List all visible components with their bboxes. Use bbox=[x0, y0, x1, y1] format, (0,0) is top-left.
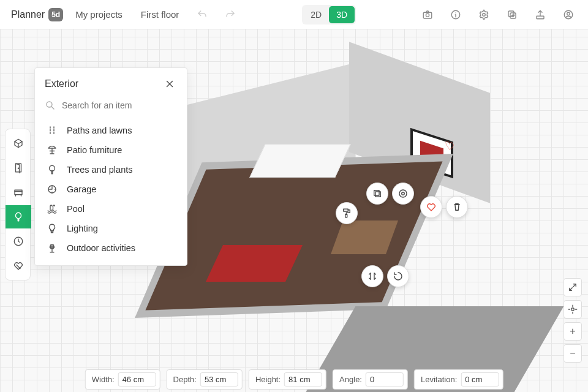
brand-badge: 5d bbox=[48, 8, 63, 21]
levitation-input[interactable] bbox=[461, 372, 499, 386]
topbar: Planner 5d My projects First floor 2D 3D bbox=[0, 0, 588, 29]
height-label: Height: bbox=[253, 375, 281, 384]
search-input[interactable] bbox=[62, 100, 177, 110]
panel-close-button[interactable] bbox=[162, 77, 177, 91]
width-input[interactable] bbox=[118, 372, 156, 386]
history-tool[interactable] bbox=[6, 230, 31, 253]
svg-point-7 bbox=[426, 13, 429, 17]
brand-name: Planner bbox=[11, 9, 45, 20]
patio-icon bbox=[46, 145, 58, 156]
category-list: Paths and lawns Patio furniture Trees an… bbox=[35, 118, 187, 265]
fullscreen-button[interactable] bbox=[564, 278, 582, 296]
prop-width: Width: bbox=[85, 369, 160, 390]
depth-label: Depth: bbox=[171, 375, 197, 384]
garage-icon bbox=[46, 184, 58, 195]
svg-point-16 bbox=[18, 168, 18, 168]
furniture-tool[interactable] bbox=[6, 181, 31, 204]
account-button[interactable] bbox=[557, 4, 579, 26]
info-button[interactable] bbox=[445, 4, 467, 26]
prop-levitation: Levitation: bbox=[414, 369, 503, 390]
svg-rect-12 bbox=[537, 16, 544, 19]
toolstrip bbox=[5, 129, 31, 281]
angle-input[interactable] bbox=[366, 372, 404, 386]
category-paths[interactable]: Paths and lawns bbox=[35, 121, 187, 140]
view-2d-button[interactable]: 2D bbox=[303, 6, 329, 23]
snapshot-button[interactable] bbox=[417, 4, 439, 26]
panel-search[interactable] bbox=[35, 96, 187, 118]
category-label: Lighting bbox=[67, 224, 98, 233]
prop-depth: Depth: bbox=[167, 369, 243, 390]
svg-point-14 bbox=[567, 12, 570, 15]
favorite-button[interactable] bbox=[420, 196, 442, 218]
panel-title: Exterior bbox=[45, 78, 78, 89]
category-label: Pool bbox=[67, 204, 85, 214]
export-button[interactable] bbox=[529, 4, 551, 26]
svg-point-3 bbox=[399, 190, 407, 197]
svg-point-19 bbox=[47, 102, 52, 107]
svg-point-2 bbox=[402, 192, 405, 195]
zoom-out-button[interactable]: − bbox=[564, 344, 582, 363]
map-controls: + − bbox=[564, 278, 582, 363]
view-toggle: 2D 3D bbox=[302, 5, 356, 24]
tree-icon bbox=[46, 164, 58, 175]
rotate-button[interactable] bbox=[387, 265, 409, 287]
favorites-tool[interactable] bbox=[6, 254, 31, 277]
category-lighting[interactable]: Lighting bbox=[35, 219, 187, 238]
svg-rect-17 bbox=[15, 192, 22, 195]
category-label: Paths and lawns bbox=[67, 126, 132, 135]
pool-icon bbox=[46, 203, 58, 214]
svg-point-9 bbox=[483, 13, 486, 16]
duplicate-button[interactable] bbox=[366, 183, 388, 205]
category-patio[interactable]: Patio furniture bbox=[35, 140, 187, 160]
svg-point-25 bbox=[571, 308, 575, 311]
undo-button[interactable] bbox=[191, 4, 213, 26]
exterior-tool[interactable] bbox=[6, 205, 31, 228]
delete-button[interactable] bbox=[446, 196, 468, 218]
lighting-icon bbox=[46, 223, 58, 234]
levitation-label: Levitation: bbox=[418, 375, 457, 384]
locate-button[interactable] bbox=[564, 300, 582, 318]
flip-button[interactable] bbox=[361, 265, 383, 287]
doors-tool[interactable] bbox=[6, 156, 31, 179]
category-label: Garage bbox=[67, 184, 96, 194]
outdoor-icon bbox=[46, 243, 58, 254]
search-icon bbox=[45, 100, 56, 111]
category-label: Patio furniture bbox=[67, 145, 122, 155]
floor-selector[interactable]: First floor bbox=[135, 9, 186, 20]
settings-button[interactable] bbox=[473, 4, 495, 26]
category-trees[interactable]: Trees and plants bbox=[35, 160, 187, 179]
svg-rect-0 bbox=[375, 192, 380, 197]
category-panel: Exterior Paths and lawns Patio furniture… bbox=[34, 67, 187, 266]
paint-button[interactable] bbox=[336, 202, 358, 224]
logo[interactable]: Planner 5d bbox=[11, 8, 63, 21]
category-pool[interactable]: Pool bbox=[35, 199, 187, 219]
category-outdoor[interactable]: Outdoor activities bbox=[35, 238, 187, 258]
width-label: Width: bbox=[89, 375, 115, 384]
prop-height: Height: bbox=[249, 369, 326, 390]
svg-rect-5 bbox=[345, 214, 347, 217]
svg-rect-1 bbox=[374, 190, 379, 195]
depth-input[interactable] bbox=[200, 372, 238, 386]
property-bar: Width: Depth: Height: Angle: Levitation: bbox=[85, 369, 503, 390]
category-garage[interactable]: Garage bbox=[35, 179, 187, 199]
angle-label: Angle: bbox=[337, 375, 362, 384]
svg-rect-4 bbox=[344, 209, 349, 211]
paths-icon bbox=[46, 125, 58, 136]
category-label: Outdoor activities bbox=[67, 243, 135, 253]
category-label: Trees and plants bbox=[67, 165, 132, 175]
duplicate-project-button[interactable] bbox=[501, 4, 523, 26]
center-button[interactable] bbox=[392, 183, 414, 205]
redo-button[interactable] bbox=[219, 4, 241, 26]
my-projects-link[interactable]: My projects bbox=[69, 9, 129, 20]
height-input[interactable] bbox=[284, 372, 322, 386]
zoom-in-button[interactable]: + bbox=[564, 322, 582, 341]
view-3d-button[interactable]: 3D bbox=[329, 6, 355, 23]
prop-angle: Angle: bbox=[333, 369, 408, 390]
svg-rect-23 bbox=[51, 232, 53, 233]
build-tool[interactable] bbox=[6, 132, 31, 155]
